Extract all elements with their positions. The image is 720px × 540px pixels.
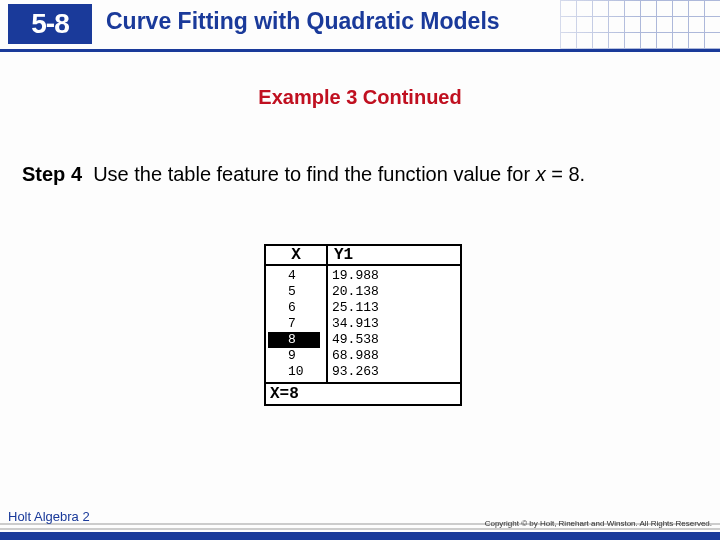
lesson-number-box: 5-8 <box>8 4 92 44</box>
copyright-text: Copyright © by Holt, Rinehart and Winsto… <box>485 519 712 528</box>
calc-col-y-header: Y1 <box>328 246 460 264</box>
table-row: 8 <box>268 332 320 348</box>
calc-col-x-header: X <box>266 246 328 264</box>
calc-body: 45678910 19.98820.13825.11334.91349.5386… <box>266 266 460 382</box>
table-row: 7 <box>288 316 322 332</box>
footer-solid-bar <box>0 532 720 540</box>
step-text: Use the table feature to find the functi… <box>93 163 536 185</box>
example-heading: Example 3 Continued <box>0 86 720 109</box>
table-row: 10 <box>288 364 322 380</box>
table-row: 25.113 <box>332 300 456 316</box>
table-row: 5 <box>288 284 322 300</box>
table-row: 6 <box>288 300 322 316</box>
calculator-table-screenshot: X Y1 45678910 19.98820.13825.11334.91349… <box>264 244 462 406</box>
step-instruction: Step 4 Use the table feature to find the… <box>22 160 698 188</box>
calc-x-column: 45678910 <box>266 266 328 382</box>
step-text-after: = 8. <box>546 163 585 185</box>
header-grid-fade <box>480 0 640 52</box>
table-row: 20.138 <box>332 284 456 300</box>
table-row: 9 <box>288 348 322 364</box>
table-row: 19.988 <box>332 268 456 284</box>
lesson-title: Curve Fitting with Quadratic Models <box>106 8 500 35</box>
table-row: 49.538 <box>332 332 456 348</box>
footer-book-title: Holt Algebra 2 <box>8 509 90 524</box>
calc-footer: X=8 <box>266 382 460 404</box>
calc-y-column: 19.98820.13825.11334.91349.53868.98893.2… <box>328 266 460 382</box>
step-label: Step 4 <box>22 163 82 185</box>
step-variable: x <box>536 163 546 185</box>
calc-header-row: X Y1 <box>266 246 460 266</box>
header-divider <box>0 49 720 52</box>
table-row: 93.263 <box>332 364 456 380</box>
table-row: 4 <box>288 268 322 284</box>
table-row: 68.988 <box>332 348 456 364</box>
table-row: 34.913 <box>332 316 456 332</box>
